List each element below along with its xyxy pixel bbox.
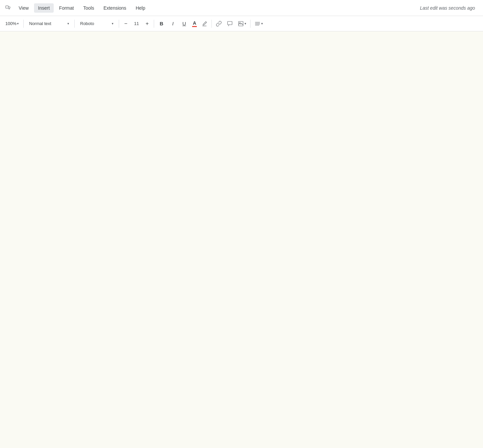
zoom-level-label: 100% (5, 21, 16, 26)
svg-rect-0 (6, 6, 8, 8)
link-button[interactable] (214, 18, 224, 29)
separator-1 (23, 20, 24, 28)
image-button[interactable]: ▾ (236, 18, 248, 29)
text-color-letter: A (193, 20, 196, 26)
font-label: Roboto (80, 21, 94, 26)
highlight-icon (201, 21, 207, 27)
decrease-font-size-button[interactable]: − (121, 19, 130, 28)
font-size-controls: − + (121, 19, 152, 28)
styles-chevron-icon: ▾ (67, 22, 69, 25)
bold-button[interactable]: B (156, 18, 167, 29)
svg-rect-2 (228, 21, 232, 25)
highlight-button[interactable] (199, 18, 209, 29)
toolbar: 100% ▾ Normal text ▾ Roboto ▾ − + B I U … (0, 16, 483, 31)
menu-item-format[interactable]: Format (55, 3, 78, 13)
increase-font-size-button[interactable]: + (142, 19, 152, 28)
italic-button[interactable]: I (167, 18, 178, 29)
text-color-bar (192, 26, 197, 27)
comment-button[interactable] (224, 18, 235, 29)
separator-4 (154, 20, 154, 28)
styles-label: Normal text (29, 21, 51, 26)
document-area[interactable] (0, 31, 483, 448)
text-color-button[interactable]: A (190, 18, 199, 29)
image-icon (238, 21, 244, 27)
font-size-input[interactable] (130, 19, 142, 28)
menu-bar: View Insert Format Tools Extensions Help… (0, 0, 483, 16)
zoom-chevron-icon: ▾ (17, 22, 19, 25)
menu-item-help[interactable]: Help (132, 3, 149, 13)
last-edit-status: Last edit was seconds ago (420, 5, 480, 11)
alignment-button[interactable]: ▾ (253, 18, 265, 29)
underline-button[interactable]: U (179, 18, 189, 29)
font-chevron-icon: ▾ (112, 22, 113, 25)
zoom-dropdown[interactable]: 100% ▾ (3, 18, 21, 29)
separator-2 (74, 20, 75, 28)
separator-5 (211, 20, 212, 28)
image-chevron-icon: ▾ (245, 22, 246, 25)
align-chevron-icon: ▾ (261, 22, 263, 25)
comment-icon (227, 21, 233, 27)
separator-3 (119, 20, 119, 28)
align-icon (255, 21, 261, 27)
paragraph-styles-dropdown[interactable]: Normal text ▾ (26, 18, 72, 29)
menu-item-extensions[interactable]: Extensions (99, 3, 130, 13)
separator-6 (250, 20, 251, 28)
link-icon (216, 21, 222, 27)
font-dropdown[interactable]: Roboto ▾ (77, 18, 117, 29)
paint-format-icon[interactable] (3, 3, 13, 13)
menu-item-tools[interactable]: Tools (79, 3, 98, 13)
menu-item-view[interactable]: View (15, 3, 33, 13)
menu-item-insert[interactable]: Insert (34, 3, 54, 13)
